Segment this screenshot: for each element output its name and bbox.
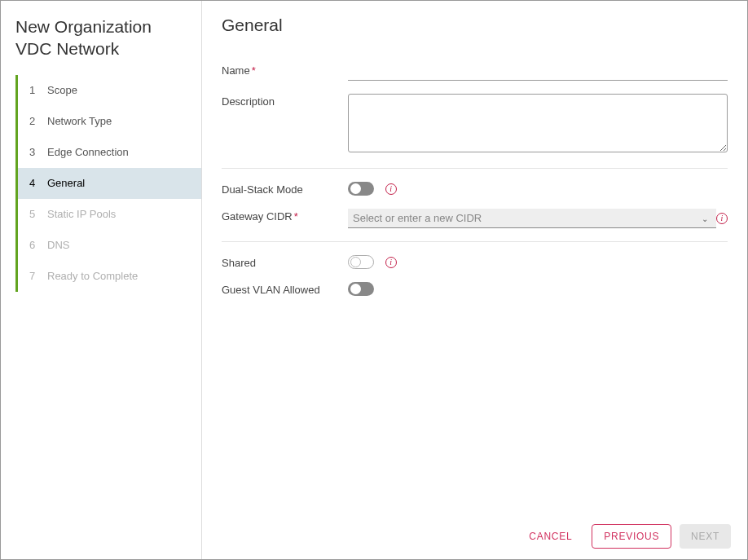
step-number: 2 — [29, 115, 42, 127]
wizard-step-dns: 6DNS — [18, 230, 201, 261]
wizard-footer: CANCEL PREVIOUS NEXT — [202, 514, 747, 559]
description-textarea[interactable] — [348, 94, 728, 152]
name-label-text: Name — [222, 64, 250, 77]
dialog-title: New Organization VDC Network — [1, 15, 201, 75]
field-row-gatewaycidr: Gateway CIDR* Select or enter a new CIDR… — [222, 202, 728, 235]
info-icon[interactable]: i — [385, 183, 397, 195]
separator — [222, 168, 728, 169]
step-number: 7 — [29, 270, 42, 282]
step-label: DNS — [42, 239, 69, 251]
cancel-button[interactable]: CANCEL — [517, 524, 583, 549]
step-number: 5 — [29, 208, 42, 220]
info-icon[interactable]: i — [385, 257, 397, 268]
previous-button[interactable]: PREVIOUS — [592, 524, 671, 549]
field-row-description: Description — [222, 87, 728, 161]
shared-toggle[interactable] — [348, 255, 374, 269]
guestvlan-label: Guest VLAN Allowed — [222, 282, 348, 296]
step-label: Static IP Pools — [42, 208, 116, 220]
page-title: General — [222, 15, 728, 35]
step-label: Ready to Complete — [42, 270, 138, 282]
field-row-dualstack: Dual-Stack Mode i — [222, 175, 728, 202]
step-label: Edge Connection — [42, 146, 129, 158]
name-input[interactable] — [348, 63, 728, 81]
wizard-step-ready-to-complete: 7Ready to Complete — [18, 261, 201, 292]
dualstack-label: Dual-Stack Mode — [222, 182, 348, 196]
field-row-name: Name* — [222, 56, 728, 87]
required-asterisk: * — [250, 64, 256, 77]
field-row-shared: Shared i — [222, 249, 728, 276]
step-label: General — [42, 177, 85, 189]
wizard-step-static-ip-pools: 5Static IP Pools — [18, 199, 201, 230]
wizard-step-scope[interactable]: 1Scope — [18, 75, 201, 106]
wizard-steps: 1Scope2Network Type3Edge Connection4Gene… — [15, 75, 201, 292]
shared-label: Shared — [222, 255, 348, 269]
required-asterisk: * — [293, 210, 298, 223]
separator — [222, 241, 728, 242]
wizard-step-general[interactable]: 4General — [18, 168, 201, 199]
step-number: 1 — [29, 84, 42, 96]
step-number: 3 — [29, 146, 42, 158]
step-number: 6 — [29, 239, 42, 251]
gatewaycidr-select[interactable]: Select or enter a new CIDR — [348, 209, 716, 228]
step-number: 4 — [29, 177, 42, 189]
guestvlan-toggle[interactable] — [348, 282, 374, 296]
dualstack-toggle[interactable] — [348, 182, 374, 196]
step-label: Network Type — [42, 115, 112, 127]
description-label: Description — [222, 94, 348, 108]
next-button: NEXT — [680, 524, 731, 549]
wizard-sidebar: New Organization VDC Network 1Scope2Netw… — [1, 1, 202, 559]
step-label: Scope — [42, 84, 77, 96]
info-icon[interactable]: i — [716, 213, 728, 224]
wizard-main-panel: General Name* Description Dual-Stack Mod… — [202, 1, 747, 559]
name-label: Name* — [222, 63, 348, 77]
field-row-guestvlan: Guest VLAN Allowed — [222, 276, 728, 302]
wizard-step-edge-connection[interactable]: 3Edge Connection — [18, 137, 201, 168]
wizard-step-network-type[interactable]: 2Network Type — [18, 106, 201, 137]
gatewaycidr-label-text: Gateway CIDR — [222, 210, 293, 223]
new-vdc-network-dialog: New Organization VDC Network 1Scope2Netw… — [0, 0, 748, 560]
gatewaycidr-label: Gateway CIDR* — [222, 209, 348, 223]
